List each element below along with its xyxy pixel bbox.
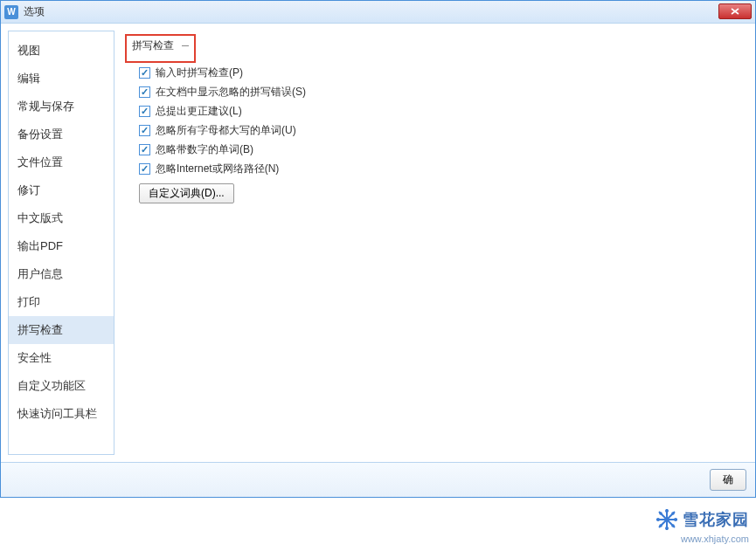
close-icon bbox=[731, 8, 739, 15]
checkbox-ignore-numbers[interactable] bbox=[139, 144, 150, 155]
svg-point-8 bbox=[659, 524, 662, 527]
titlebar: W 选项 bbox=[1, 1, 755, 24]
section-title: 拼写检查 bbox=[128, 37, 177, 55]
watermark: 雪花家园 www.xhjaty.com bbox=[655, 507, 749, 544]
app-icon: W bbox=[4, 5, 18, 19]
sidebar-item-print[interactable]: 打印 bbox=[9, 288, 114, 316]
window-title: 选项 bbox=[24, 4, 45, 19]
svg-point-0 bbox=[665, 518, 669, 522]
sidebar-item-view[interactable]: 视图 bbox=[9, 37, 114, 65]
check-label: 忽略带数字的单词(B) bbox=[156, 141, 253, 157]
highlight-annotation: 拼写检查 bbox=[125, 34, 196, 63]
sidebar-item-security[interactable]: 安全性 bbox=[9, 344, 114, 372]
check-label: 在文档中显示忽略的拼写错误(S) bbox=[156, 84, 306, 100]
content-panel: 拼写检查 输入时拼写检查(P) 在文档中显示忽略的拼写错误(S) 总提出更正建议… bbox=[114, 31, 748, 455]
svg-point-2 bbox=[665, 527, 669, 530]
check-row-ignore-numbers: 忽略带数字的单词(B) bbox=[125, 140, 738, 159]
sidebar-item-revision[interactable]: 修订 bbox=[9, 176, 114, 204]
svg-point-7 bbox=[671, 512, 675, 515]
check-label: 输入时拼写检查(P) bbox=[156, 65, 243, 80]
sidebar-item-chinese-layout[interactable]: 中文版式 bbox=[9, 204, 114, 232]
snowflake-icon bbox=[655, 507, 679, 532]
section-header-wrap: 拼写检查 bbox=[125, 34, 738, 63]
ok-button[interactable]: 确 bbox=[710, 469, 746, 491]
custom-dictionary-button[interactable]: 自定义词典(D)... bbox=[139, 183, 234, 203]
check-label: 总提出更正建议(L) bbox=[156, 103, 242, 119]
svg-point-5 bbox=[659, 512, 662, 515]
section-rule-line bbox=[182, 45, 189, 46]
watermark-text: 雪花家园 bbox=[683, 509, 749, 530]
checkbox-show-ignored[interactable] bbox=[139, 86, 150, 98]
watermark-url: www.xhjaty.com bbox=[655, 534, 749, 544]
sidebar-item-customize-ribbon[interactable]: 自定义功能区 bbox=[9, 372, 114, 400]
check-row-ignore-uppercase: 忽略所有字母都大写的单词(U) bbox=[125, 121, 738, 140]
sidebar-item-output-pdf[interactable]: 输出PDF bbox=[9, 232, 114, 260]
sidebar-item-backup[interactable]: 备份设置 bbox=[9, 121, 114, 148]
options-dialog: W 选项 视图 编辑 常规与保存 备份设置 文件位置 修订 中文版式 输出PDF… bbox=[0, 0, 756, 498]
svg-point-4 bbox=[674, 518, 677, 521]
checkbox-ignore-uppercase[interactable] bbox=[139, 125, 150, 136]
dialog-footer: 确 bbox=[1, 462, 755, 497]
svg-point-1 bbox=[665, 509, 669, 513]
sidebar: 视图 编辑 常规与保存 备份设置 文件位置 修订 中文版式 输出PDF 用户信息… bbox=[8, 31, 114, 455]
sidebar-item-edit[interactable]: 编辑 bbox=[9, 65, 114, 93]
svg-point-6 bbox=[671, 524, 675, 527]
close-button[interactable] bbox=[718, 3, 752, 19]
checkbox-suggest[interactable] bbox=[139, 106, 150, 117]
sidebar-item-general-save[interactable]: 常规与保存 bbox=[9, 93, 114, 121]
sidebar-item-quick-access[interactable]: 快速访问工具栏 bbox=[9, 400, 114, 428]
check-label: 忽略所有字母都大写的单词(U) bbox=[156, 122, 296, 138]
sidebar-item-spellcheck[interactable]: 拼写检查 bbox=[9, 316, 114, 344]
dialog-body: 视图 编辑 常规与保存 备份设置 文件位置 修订 中文版式 输出PDF 用户信息… bbox=[1, 24, 755, 462]
check-row-suggest: 总提出更正建议(L) bbox=[125, 101, 738, 121]
check-row-show-ignored: 在文档中显示忽略的拼写错误(S) bbox=[125, 82, 738, 101]
check-label: 忽略Internet或网络路径(N) bbox=[156, 161, 279, 176]
svg-point-3 bbox=[656, 518, 660, 521]
checkbox-typing[interactable] bbox=[139, 67, 150, 79]
sidebar-item-file-location[interactable]: 文件位置 bbox=[9, 148, 114, 176]
sidebar-item-user-info[interactable]: 用户信息 bbox=[9, 260, 114, 288]
check-row-typing: 输入时拼写检查(P) bbox=[125, 63, 738, 82]
watermark-main: 雪花家园 bbox=[655, 507, 749, 532]
check-row-ignore-internet: 忽略Internet或网络路径(N) bbox=[125, 159, 738, 178]
checkbox-ignore-internet[interactable] bbox=[139, 163, 150, 175]
